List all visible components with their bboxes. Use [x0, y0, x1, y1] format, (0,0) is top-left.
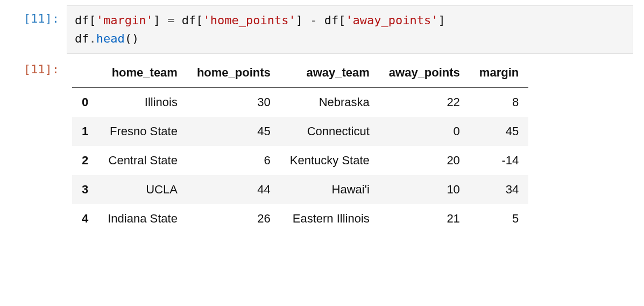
- cell: 44: [187, 175, 280, 204]
- cell: UCLA: [98, 175, 187, 204]
- cell: Eastern Illinois: [280, 204, 379, 233]
- cell: 22: [379, 88, 470, 117]
- index-header: [72, 58, 98, 88]
- col-header: margin: [470, 58, 528, 88]
- cell: 45: [187, 117, 280, 146]
- col-header: home_points: [187, 58, 280, 88]
- cell: 0: [379, 117, 470, 146]
- cell: Connecticut: [280, 117, 379, 146]
- dataframe-table: home_team home_points away_team away_poi…: [72, 58, 528, 233]
- input-prompt: [11]:: [11, 5, 67, 25]
- col-header: away_team: [280, 58, 379, 88]
- cell: 5: [470, 204, 528, 233]
- cell: Indiana State: [98, 204, 187, 233]
- cell: 6: [187, 146, 280, 175]
- cell: Fresno State: [98, 117, 187, 146]
- cell: 10: [379, 175, 470, 204]
- row-index: 4: [72, 204, 98, 233]
- code-editor[interactable]: df['margin'] = df['home_points'] - df['a…: [67, 5, 633, 54]
- cell: -14: [470, 146, 528, 175]
- output-prompt: [11]:: [11, 56, 67, 76]
- row-index: 1: [72, 117, 98, 146]
- cell: 45: [470, 117, 528, 146]
- cell: Nebraska: [280, 88, 379, 117]
- cell: 8: [470, 88, 528, 117]
- row-index: 3: [72, 175, 98, 204]
- col-header: away_points: [379, 58, 470, 88]
- cell: 34: [470, 175, 528, 204]
- cell: Kentucky State: [280, 146, 379, 175]
- col-header: home_team: [98, 58, 187, 88]
- table-row: 3 UCLA 44 Hawai'i 10 34: [72, 175, 528, 204]
- cell: 26: [187, 204, 280, 233]
- cell: 20: [379, 146, 470, 175]
- cell: Central State: [98, 146, 187, 175]
- input-cell: [11]: df['margin'] = df['home_points'] -…: [11, 5, 633, 54]
- table-row: 4 Indiana State 26 Eastern Illinois 21 5: [72, 204, 528, 233]
- table-header-row: home_team home_points away_team away_poi…: [72, 58, 528, 88]
- cell: 30: [187, 88, 280, 117]
- table-row: 0 Illinois 30 Nebraska 22 8: [72, 88, 528, 117]
- cell: 21: [379, 204, 470, 233]
- table-row: 2 Central State 6 Kentucky State 20 -14: [72, 146, 528, 175]
- table-row: 1 Fresno State 45 Connecticut 0 45: [72, 117, 528, 146]
- output-cell: [11]: home_team home_points away_team aw…: [11, 56, 633, 233]
- output-area: home_team home_points away_team away_poi…: [67, 56, 633, 233]
- row-index: 0: [72, 88, 98, 117]
- cell: Hawai'i: [280, 175, 379, 204]
- row-index: 2: [72, 146, 98, 175]
- cell: Illinois: [98, 88, 187, 117]
